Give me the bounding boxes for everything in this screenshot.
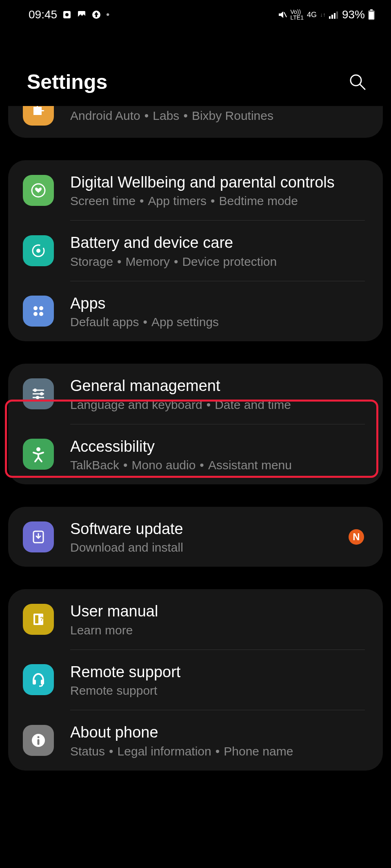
settings-item-user-manual[interactable]: ? User manual Learn more	[8, 589, 383, 649]
status-left: 09:45 •	[29, 8, 109, 21]
svg-rect-30	[35, 615, 38, 623]
headset-icon	[23, 664, 54, 695]
item-subtitle: Learn more	[70, 623, 368, 637]
book-icon: ?	[23, 604, 54, 635]
item-subtitle: Language and keyboard•Date and time	[70, 398, 368, 412]
item-content: Digital Wellbeing and parental controls …	[70, 172, 368, 208]
item-title: About phone	[70, 722, 368, 742]
settings-group: General management Language and keyboard…	[8, 364, 383, 484]
battery-icon	[368, 9, 375, 20]
item-content: Apps Default apps•App settings	[70, 294, 368, 329]
volte-indicator: Vo))LTE1	[291, 9, 304, 20]
svg-point-24	[40, 392, 43, 395]
camera-icon	[62, 10, 72, 20]
svg-point-17	[33, 306, 38, 310]
svg-point-27	[36, 447, 40, 451]
svg-point-35	[38, 736, 40, 738]
item-content: Remote support Remote support	[70, 662, 368, 698]
item-title: General management	[70, 376, 368, 396]
item-title: Remote support	[70, 662, 368, 682]
item-subtitle: Screen time•App timers•Bedtime mode	[70, 194, 368, 208]
svg-point-19	[33, 312, 38, 316]
settings-item-advanced-features[interactable]: Android Auto•Labs•Bixby Routines	[8, 106, 383, 138]
settings-item-general-management[interactable]: General management Language and keyboard…	[8, 364, 383, 424]
item-title: Apps	[70, 294, 368, 314]
item-content: Software update Download and install	[70, 519, 349, 554]
settings-group: Digital Wellbeing and parental controls …	[8, 160, 383, 341]
refresh-circle-icon	[23, 235, 54, 266]
item-title: Battery and device care	[70, 233, 368, 253]
svg-text:?: ?	[40, 616, 44, 622]
network-type: 4G	[307, 11, 317, 19]
item-content: General management Language and keyboard…	[70, 376, 368, 411]
svg-rect-5	[329, 16, 331, 19]
item-title: User manual	[70, 601, 368, 621]
svg-rect-6	[331, 15, 333, 19]
svg-rect-8	[336, 11, 338, 19]
item-subtitle: Default apps•App settings	[70, 315, 368, 329]
info-icon	[23, 725, 54, 756]
notification-badge: N	[349, 529, 364, 545]
item-content: Android Auto•Labs•Bixby Routines	[70, 109, 368, 123]
more-indicator-icon: •	[106, 9, 109, 20]
svg-point-26	[36, 396, 39, 399]
data-arrows-icon: ↓↑	[320, 11, 326, 18]
item-title: Digital Wellbeing and parental controls	[70, 172, 368, 192]
item-content: Accessibility TalkBack•Mono audio•Assist…	[70, 437, 368, 472]
settings-item-about-phone[interactable]: About phone Status•Legal information•Pho…	[8, 710, 383, 770]
item-subtitle: Storage•Memory•Device protection	[70, 255, 368, 269]
image-icon	[77, 10, 87, 20]
status-bar: 09:45 • Vo))LTE1 4G ↓↑ 93%	[0, 0, 391, 29]
svg-rect-7	[334, 13, 335, 19]
svg-rect-36	[38, 739, 40, 745]
header: Settings	[0, 29, 391, 106]
settings-item-software-update[interactable]: Software update Download and install N	[8, 507, 383, 567]
settings-item-remote-support[interactable]: Remote support Remote support	[8, 650, 383, 710]
settings-group: Software update Download and install N	[8, 507, 383, 567]
settings-item-battery-device-care[interactable]: Battery and device care Storage•Memory•D…	[8, 221, 383, 280]
svg-point-22	[33, 389, 37, 392]
battery-percent: 93%	[342, 8, 365, 21]
puzzle-icon	[23, 106, 54, 126]
svg-point-16	[36, 249, 40, 253]
signal-icon	[329, 11, 339, 19]
item-subtitle: Download and install	[70, 541, 349, 554]
settings-item-digital-wellbeing[interactable]: Digital Wellbeing and parental controls …	[8, 160, 383, 220]
item-content: Battery and device care Storage•Memory•D…	[70, 233, 368, 268]
settings-group: ? User manual Learn more Remote support …	[8, 589, 383, 770]
svg-rect-33	[41, 680, 44, 685]
settings-item-accessibility[interactable]: Accessibility TalkBack•Mono audio•Assist…	[8, 424, 383, 484]
heart-circle-icon	[23, 175, 54, 206]
mute-icon	[278, 10, 287, 20]
status-time: 09:45	[29, 8, 57, 21]
svg-point-1	[65, 13, 69, 16]
status-right: Vo))LTE1 4G ↓↑ 93%	[278, 8, 375, 21]
item-content: About phone Status•Legal information•Pho…	[70, 722, 368, 758]
download-circle-icon	[23, 521, 54, 552]
settings-item-apps[interactable]: Apps Default apps•App settings	[8, 281, 383, 341]
item-title: Software update	[70, 519, 349, 539]
accessibility-icon	[23, 439, 54, 470]
item-subtitle: Remote support	[70, 684, 368, 698]
page-title: Settings	[27, 70, 107, 94]
grid-dots-icon	[23, 296, 54, 327]
item-content: User manual Learn more	[70, 601, 368, 637]
search-button[interactable]	[349, 73, 367, 91]
svg-line-4	[284, 12, 287, 17]
item-subtitle: Status•Legal information•Phone name	[70, 744, 368, 758]
item-subtitle: Android Auto•Labs•Bixby Routines	[70, 109, 368, 123]
svg-rect-11	[369, 11, 374, 19]
settings-group: Android Auto•Labs•Bixby Routines	[8, 106, 383, 138]
svg-point-20	[39, 312, 43, 316]
svg-point-18	[39, 306, 43, 310]
update-icon	[91, 10, 101, 20]
svg-rect-32	[33, 680, 36, 685]
item-title: Accessibility	[70, 437, 368, 457]
item-subtitle: TalkBack•Mono audio•Assistant menu	[70, 458, 368, 472]
sliders-icon	[23, 378, 54, 409]
svg-line-13	[360, 84, 365, 89]
